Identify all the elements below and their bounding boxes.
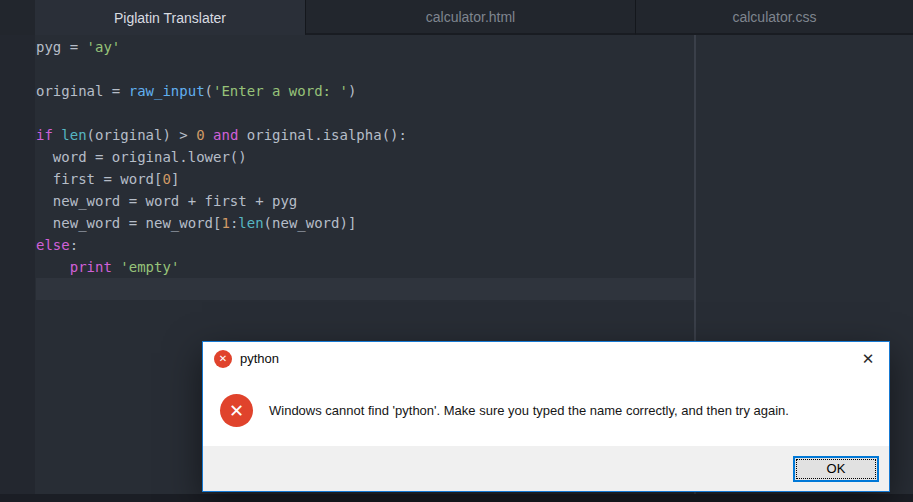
code-line: print 'empty' — [36, 256, 695, 278]
dialog-title: python — [240, 351, 847, 366]
code-line: pyg = 'ay' — [36, 36, 695, 58]
dialog-message: Windows cannot find 'python'. Make sure … — [269, 403, 789, 418]
close-icon[interactable]: ✕ — [847, 342, 889, 375]
code-line: word = original.lower() — [36, 146, 695, 168]
app-window: Piglatin Translater calculator.html calc… — [0, 0, 913, 502]
code-line: if len(original) > 0 and original.isalph… — [36, 124, 695, 146]
code-line: new_word = new_word[1:len(new_word)] — [36, 212, 695, 234]
dialog-titlebar[interactable]: ✕ python ✕ — [203, 342, 889, 375]
tab-calculator-html[interactable]: calculator.html — [305, 0, 635, 35]
tab-label: calculator.html — [426, 9, 515, 25]
tab-calculator-css[interactable]: calculator.css — [635, 0, 913, 35]
code-line: new_word = word + first + pyg — [36, 190, 695, 212]
dialog-body: ✕ Windows cannot find 'python'. Make sur… — [203, 375, 889, 446]
code-line — [36, 102, 695, 124]
dialog-footer: OK — [203, 446, 889, 491]
tab-piglatin-translater[interactable]: Piglatin Translater — [35, 0, 305, 35]
tab-bar: Piglatin Translater calculator.html calc… — [0, 0, 913, 35]
error-icon-large: ✕ — [220, 394, 253, 427]
code-line-current — [36, 278, 695, 300]
error-icon-glyph: ✕ — [229, 400, 244, 421]
ok-button[interactable]: OK — [793, 456, 879, 482]
ok-button-label: OK — [827, 461, 846, 476]
editor-bottom-strip — [0, 494, 913, 502]
tab-label: calculator.css — [732, 9, 816, 25]
error-icon: ✕ — [214, 350, 232, 368]
error-dialog: ✕ python ✕ ✕ Windows cannot find 'python… — [202, 341, 890, 492]
code-line: first = word[0] — [36, 168, 695, 190]
code-line — [36, 58, 695, 80]
tab-label: Piglatin Translater — [114, 10, 226, 26]
code-line: else: — [36, 234, 695, 256]
editor-gutter — [0, 35, 35, 494]
code-line: original = raw_input('Enter a word: ') — [36, 80, 695, 102]
error-icon-glyph: ✕ — [219, 353, 227, 364]
code-area[interactable]: pyg = 'ay' original = raw_input('Enter a… — [36, 36, 695, 300]
tab-bar-spacer — [0, 0, 35, 35]
